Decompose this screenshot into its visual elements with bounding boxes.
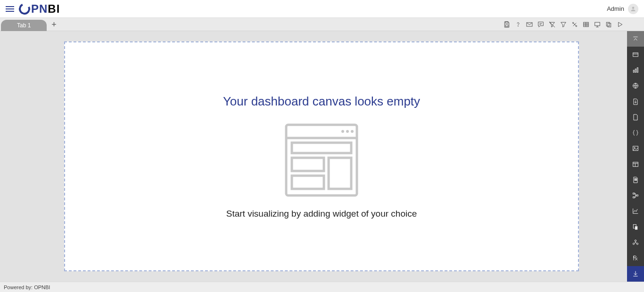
- logo-spinner-icon: [17, 1, 32, 16]
- line-chart-icon[interactable]: [627, 203, 644, 219]
- comment-icon[interactable]: [536, 19, 546, 30]
- table-icon[interactable]: [581, 19, 591, 30]
- container-icon[interactable]: [627, 156, 644, 172]
- svg-rect-32: [635, 69, 636, 72]
- svg-rect-29: [633, 53, 638, 57]
- header-right: Admin: [607, 4, 638, 14]
- widget-rail: [627, 31, 644, 282]
- clear-filter-icon[interactable]: [547, 19, 557, 30]
- settings-icon[interactable]: [570, 19, 580, 30]
- user-avatar[interactable]: [628, 4, 638, 14]
- svg-rect-16: [606, 22, 610, 26]
- svg-point-50: [635, 240, 636, 241]
- tab-strip: Tab 1 +: [0, 18, 644, 31]
- card-icon[interactable]: [627, 47, 644, 62]
- play-icon[interactable]: [615, 19, 625, 30]
- svg-rect-8: [584, 22, 589, 26]
- svg-rect-1: [505, 22, 508, 23]
- app-header: PN BI Admin: [0, 0, 644, 18]
- svg-rect-41: [635, 178, 637, 179]
- svg-rect-24: [292, 143, 351, 153]
- svg-point-23: [351, 130, 354, 133]
- file-download-icon[interactable]: [627, 94, 644, 109]
- svg-point-21: [341, 130, 344, 133]
- svg-rect-17: [608, 23, 611, 27]
- user-icon: [630, 6, 636, 12]
- svg-point-0: [632, 7, 635, 9]
- image-icon[interactable]: [627, 141, 644, 156]
- footer: Powered by: OPNBI: [0, 282, 644, 292]
- download-icon[interactable]: [627, 266, 644, 282]
- duplicate-icon[interactable]: [627, 219, 644, 235]
- workspace: Your dashboard canvas looks empty Start …: [0, 31, 627, 282]
- logo-text-pn: PN: [31, 2, 48, 16]
- svg-rect-27: [329, 158, 351, 189]
- svg-rect-25: [292, 158, 324, 171]
- copy-icon[interactable]: [603, 19, 614, 30]
- logo-text-bi: BI: [48, 2, 60, 16]
- svg-point-3: [518, 25, 518, 26]
- menu-toggle-button[interactable]: [6, 6, 14, 12]
- mail-icon[interactable]: [524, 19, 535, 30]
- svg-marker-18: [619, 22, 622, 26]
- canvas-empty-title: Your dashboard canvas looks empty: [223, 94, 420, 109]
- svg-rect-31: [633, 70, 634, 73]
- header-left: PN BI: [6, 2, 60, 16]
- help-icon[interactable]: [513, 19, 523, 30]
- canvas-empty-subtitle: Start visualizing by adding widget of yo…: [226, 209, 417, 219]
- svg-rect-38: [633, 162, 638, 166]
- tab-active[interactable]: Tab 1: [1, 20, 47, 31]
- rx-icon[interactable]: [627, 251, 644, 266]
- cluster-icon[interactable]: [627, 235, 644, 250]
- json-icon[interactable]: [627, 125, 644, 141]
- geo-icon[interactable]: [627, 78, 644, 94]
- filter-icon[interactable]: [558, 19, 569, 30]
- svg-rect-43: [633, 193, 635, 195]
- svg-rect-19: [286, 125, 357, 195]
- svg-rect-33: [637, 68, 638, 73]
- svg-rect-49: [635, 226, 638, 230]
- svg-point-22: [346, 130, 349, 133]
- editor-toolbar: [502, 19, 644, 30]
- empty-canvas-illustration: [281, 120, 362, 200]
- svg-rect-26: [292, 176, 324, 189]
- user-label: Admin: [607, 5, 624, 12]
- dashboard-canvas[interactable]: Your dashboard canvas looks empty Start …: [64, 41, 579, 271]
- presentation-icon[interactable]: [592, 19, 603, 30]
- svg-rect-44: [633, 197, 635, 198]
- svg-rect-13: [595, 22, 600, 25]
- svg-rect-2: [505, 24, 508, 26]
- footer-text: Powered by: OPNBI: [4, 284, 50, 290]
- chart-icon[interactable]: [627, 63, 644, 78]
- note-icon[interactable]: [627, 172, 644, 187]
- doc-icon[interactable]: [627, 109, 644, 125]
- add-tab-button[interactable]: +: [51, 20, 57, 29]
- app-logo[interactable]: PN BI: [19, 2, 60, 16]
- svg-rect-42: [635, 180, 637, 180]
- svg-rect-45: [636, 195, 638, 196]
- tree-icon[interactable]: [627, 188, 644, 203]
- save-icon[interactable]: [502, 19, 512, 30]
- collapse-up-icon[interactable]: [627, 31, 644, 47]
